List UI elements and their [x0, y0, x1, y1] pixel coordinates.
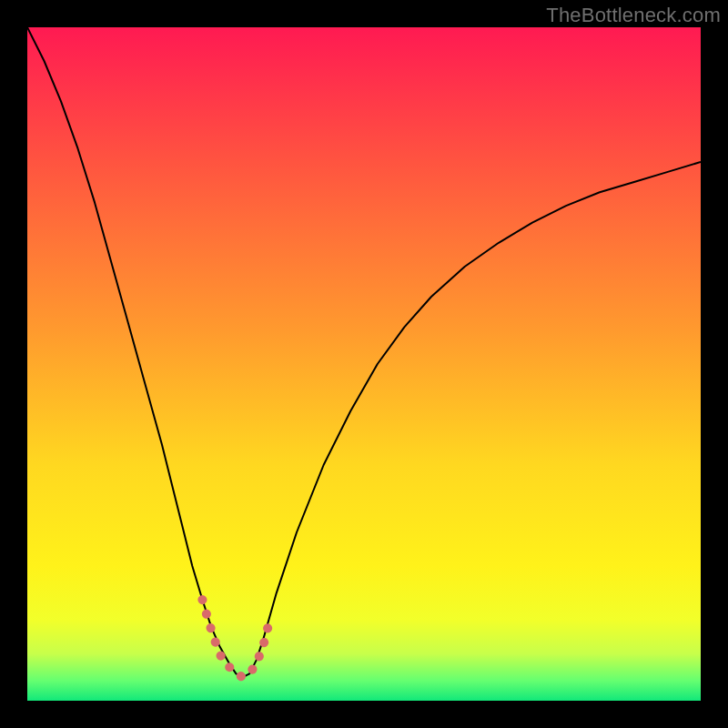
chart-background [27, 27, 701, 701]
watermark-text: TheBottleneck.com [546, 4, 721, 27]
chart-frame [27, 27, 701, 701]
bottleneck-chart [27, 27, 701, 701]
